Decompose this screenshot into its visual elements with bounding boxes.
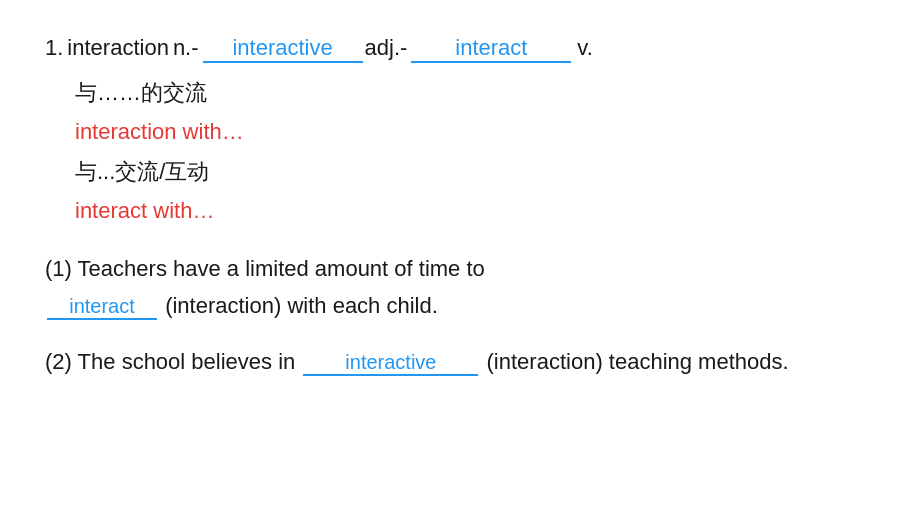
sentence-1-after: with each child. [287,293,437,318]
subentry-english-red-2: interact with… [75,193,875,228]
sentence-2-fill: interactive [303,350,478,376]
sentence-2-after: teaching methods. [609,349,789,374]
sentence-1: (1) Teachers have a limited amount of ti… [45,250,875,325]
subentry-chinese-2: 与...交流/互动 [75,154,875,189]
sentence-1-label: (1) [45,256,72,281]
sentence-block: (1) Teachers have a limited amount of ti… [45,250,875,380]
subentry-block: 与……的交流 interaction with… 与...交流/互动 inter… [45,75,875,228]
fill-adj: interactive [203,35,363,63]
page-container: 1. interaction n.- interactive adj.- int… [0,0,920,428]
sentence-2-label: (2) [45,349,72,374]
sentence-1-hint: (interaction) [165,293,281,318]
sentence-1-before: Teachers have a limited amount of time t… [78,256,485,281]
subentry-english-red-1: interaction with… [75,114,875,149]
pos-v-label: v. [577,30,592,65]
subentry-chinese-1: 与……的交流 [75,75,875,110]
sentence-1-fill: interact [47,294,157,320]
sentence-2-hint: (interaction) [487,349,603,374]
entry-word: interaction [67,30,169,65]
pos-adj-label: adj.- [365,30,408,65]
sentence-2: (2) The school believes in interactive (… [45,343,875,380]
entry-number: 1. [45,30,63,65]
sentence-2-before: The school believes in [78,349,296,374]
fill-v: interact [411,35,571,63]
entry-row: 1. interaction n.- interactive adj.- int… [45,30,875,65]
pos-n-label: n.- [173,30,199,65]
